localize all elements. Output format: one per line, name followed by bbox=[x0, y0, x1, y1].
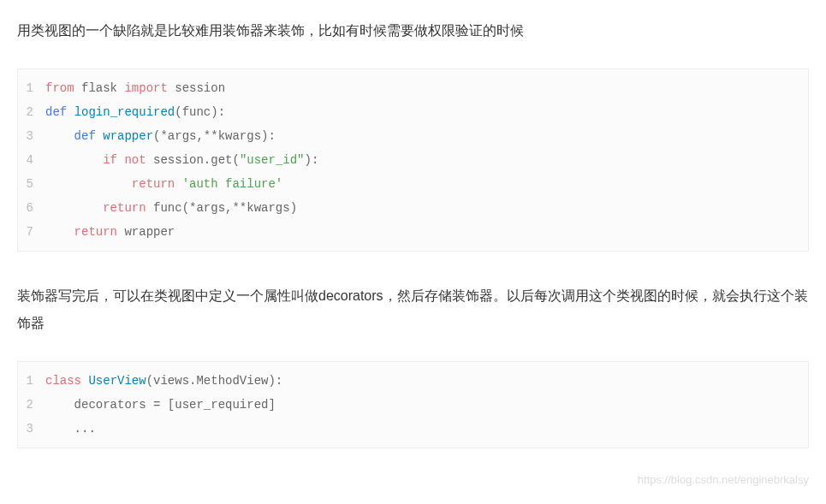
paragraph-1: 用类视图的一个缺陷就是比较难用装饰器来装饰，比如有时候需要做权限验证的时候 bbox=[17, 17, 809, 44]
code-line: 3 def wrapper(*args,**kwargs): bbox=[21, 124, 805, 148]
code-block-2: 1class UserView(views.MethodView):2 deco… bbox=[17, 361, 809, 448]
line-number: 1 bbox=[21, 76, 45, 100]
line-number: 2 bbox=[21, 100, 45, 124]
watermark: https://blog.csdn.net/enginebrkalsy bbox=[638, 473, 809, 486]
code-content: return func(*args,**kwargs) bbox=[45, 196, 297, 220]
code-content: decorators = [user_required] bbox=[45, 393, 276, 417]
code-content: if not session.get("user_id"): bbox=[45, 148, 318, 172]
code-line: 7 return wrapper bbox=[21, 220, 805, 244]
code-line: 5 return 'auth failure' bbox=[21, 172, 805, 196]
line-number: 6 bbox=[21, 196, 45, 220]
code-content: ... bbox=[45, 417, 96, 441]
line-number: 1 bbox=[21, 369, 45, 393]
code-content: return wrapper bbox=[45, 220, 175, 244]
code-line: 4 if not session.get("user_id"): bbox=[21, 148, 805, 172]
line-number: 3 bbox=[21, 417, 45, 441]
line-number: 5 bbox=[21, 172, 45, 196]
code-content: def wrapper(*args,**kwargs): bbox=[45, 124, 276, 148]
code-line: 1from flask import session bbox=[21, 76, 805, 100]
line-number: 7 bbox=[21, 220, 45, 244]
line-number: 4 bbox=[21, 148, 45, 172]
code-line: 3 ... bbox=[21, 417, 805, 441]
code-block-1: 1from flask import session2def login_req… bbox=[17, 68, 809, 252]
code-line: 1class UserView(views.MethodView): bbox=[21, 369, 805, 393]
code-line: 2def login_required(func): bbox=[21, 100, 805, 124]
code-content: from flask import session bbox=[45, 76, 225, 100]
code-content: class UserView(views.MethodView): bbox=[45, 369, 282, 393]
code-content: return 'auth failure' bbox=[45, 172, 282, 196]
code-content: def login_required(func): bbox=[45, 100, 225, 124]
code-line: 2 decorators = [user_required] bbox=[21, 393, 805, 417]
paragraph-2: 装饰器写完后，可以在类视图中定义一个属性叫做decorators，然后存储装饰器… bbox=[17, 282, 809, 337]
line-number: 2 bbox=[21, 393, 45, 417]
line-number: 3 bbox=[21, 124, 45, 148]
code-line: 6 return func(*args,**kwargs) bbox=[21, 196, 805, 220]
